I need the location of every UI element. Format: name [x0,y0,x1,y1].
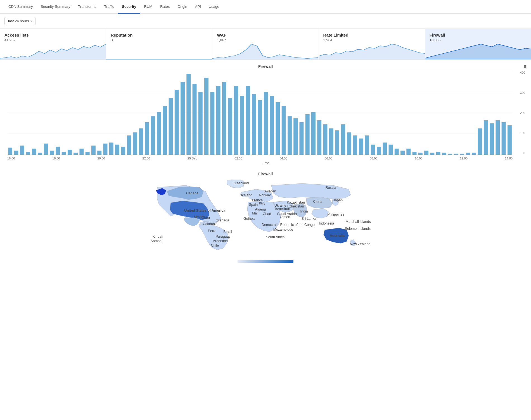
nav-tab-origin[interactable]: Origin [174,0,191,14]
bar-75 [454,154,458,155]
nav-tab-traffic[interactable]: Traffic [100,0,118,14]
label-marshall: Marshall Islands [346,220,371,224]
bar-61 [371,145,375,155]
x-label: 18:00 [52,157,60,160]
bar-77 [466,153,470,155]
bar-18 [115,145,119,155]
bar-33 [204,78,208,155]
bar-14 [91,145,96,155]
x-axis-title: Time [4,161,527,165]
bar-20 [127,135,131,155]
nav-tab-rates[interactable]: Rates [156,0,174,14]
bar-1 [14,151,18,155]
bar-80 [484,120,488,155]
bar-42 [258,100,262,155]
bar-22 [139,128,143,155]
bar-81 [490,123,494,155]
bar-67 [406,149,411,155]
summary-card-waf[interactable]: WAF 1,067 [212,29,319,59]
y-label-300: 300 [520,91,525,94]
bar-71 [430,153,434,155]
bar-6 [44,144,48,155]
bar-40 [246,86,250,155]
world-map-container: Greenland Iceland Sweden Norway Canada R… [140,180,391,263]
bar-57 [347,132,351,155]
bar-69 [418,153,423,155]
bar-31 [193,84,197,155]
bar-62 [377,147,381,155]
map-legend [140,260,391,263]
bar-66 [400,151,405,155]
bar-46 [282,106,286,155]
label-srilanka: Sri Lanka [302,217,316,221]
bar-32 [198,92,203,155]
label-samoa: Samoa [151,239,162,243]
card-chart [425,41,531,59]
nav-tab-usage[interactable]: Usage [205,0,223,14]
bar-16 [103,144,108,155]
summary-cards: Access lists 41,969 Reputation 0 WAF 1,0… [0,28,531,60]
chart-header: Firewall ≡ [4,64,527,69]
bar-9 [62,152,66,155]
summary-card-reputation[interactable]: Reputation 0 [106,29,212,59]
x-label: 22:00 [143,157,150,160]
nav-tab-rum[interactable]: RUM [140,0,157,14]
nav-tab-security-summary[interactable]: Security Summary [37,0,74,14]
bar-37 [228,98,232,155]
bar-84 [508,125,512,155]
bar-70 [424,151,428,155]
bar-13 [86,152,90,155]
bar-5 [38,153,42,155]
x-label: 08:00 [370,157,378,160]
time-select[interactable]: last 24 hours ▾ [4,17,35,25]
bar-3 [26,152,30,155]
x-label: 14:00 [505,157,513,160]
chart-menu-icon[interactable]: ≡ [523,64,527,70]
card-chart [212,41,318,59]
label-kiribati: Kiribati [153,235,163,238]
bar-23 [145,122,149,155]
bar-64 [389,145,393,155]
summary-card-access-lists[interactable]: Access lists 41,969 [0,29,106,59]
bar-11 [74,153,78,155]
dropdown-arrow: ▾ [30,20,32,23]
bar-34 [210,92,214,155]
bar-43 [264,92,268,155]
legend-gradient [238,260,293,263]
nav-tab-security[interactable]: Security [118,0,140,14]
nav-tab-api[interactable]: API [191,0,205,14]
svg-marker-0 [0,44,106,59]
svg-marker-2 [212,44,318,59]
bar-27 [169,98,173,155]
label-solomon: Solomon Islands [345,227,371,231]
nav-tab-cdn-summary[interactable]: CDN Summary [4,0,37,14]
bar-54 [329,128,333,155]
x-axis: 16:0018:0020:0022:0025 Sep02:0004:0006:0… [4,156,527,160]
bar-65 [395,149,399,155]
bar-2 [20,145,24,155]
bar-49 [299,122,304,155]
bar-4 [32,149,36,155]
bar-60 [365,135,369,155]
summary-card-rate-limited[interactable]: Rate Limited 2,964 [319,29,425,59]
card-title: WAF [217,33,314,37]
label-yemen: Yemen [279,215,290,219]
label-mozambique: Mozambique [273,228,293,232]
bar-26 [163,106,167,155]
bar-68 [413,152,417,155]
y-label-100: 100 [520,131,525,135]
svg-marker-4 [425,44,531,59]
nav-tab-transforms[interactable]: Transforms [74,0,100,14]
bar-51 [311,112,316,155]
card-title: Reputation [111,33,208,37]
bar-10 [68,150,72,155]
bar-78 [472,153,476,155]
bar-19 [121,147,125,155]
bar-63 [383,143,387,155]
label-southafrica: South Africa [266,235,285,239]
bar-47 [288,116,292,155]
bar-44 [270,96,274,155]
summary-card-firewall[interactable]: Firewall 10,835 [425,29,531,59]
x-label: 10:00 [415,157,423,160]
x-label: 12:00 [460,157,468,160]
